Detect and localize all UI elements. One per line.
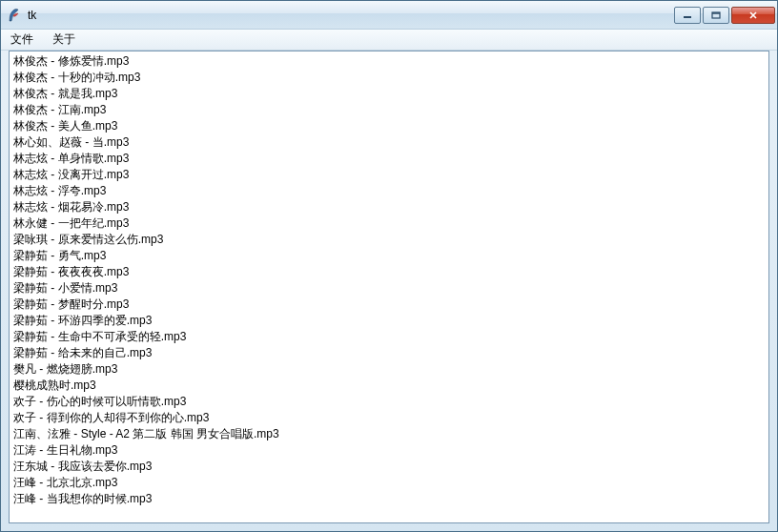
- content-area: 林俊杰 - 修炼爱情.mp3林俊杰 - 十秒的冲动.mp3林俊杰 - 就是我.m…: [9, 51, 769, 523]
- list-item[interactable]: 梁静茹 - 生命中不可承受的轻.mp3: [13, 329, 765, 345]
- list-item[interactable]: 林志炫 - 烟花易冷.mp3: [13, 199, 765, 215]
- menu-about[interactable]: 关于: [49, 30, 79, 50]
- list-item[interactable]: 林永健 - 一把年纪.mp3: [13, 215, 765, 232]
- file-list[interactable]: 林俊杰 - 修炼爱情.mp3林俊杰 - 十秒的冲动.mp3林俊杰 - 就是我.m…: [10, 51, 768, 509]
- list-item[interactable]: 梁静茹 - 环游四季的爱.mp3: [13, 313, 765, 329]
- list-item[interactable]: 林志炫 - 浮夸.mp3: [13, 183, 765, 199]
- list-item[interactable]: 林俊杰 - 十秒的冲动.mp3: [13, 70, 765, 86]
- list-item[interactable]: 樊凡 - 燃烧翅膀.mp3: [13, 361, 765, 378]
- titlebar: tk: [1, 1, 777, 30]
- list-item[interactable]: 梁静茹 - 夜夜夜夜.mp3: [13, 264, 765, 280]
- list-item[interactable]: 林俊杰 - 江南.mp3: [13, 102, 765, 118]
- list-item[interactable]: 欢子 - 伤心的时候可以听情歌.mp3: [13, 394, 765, 410]
- list-item[interactable]: 梁咏琪 - 原来爱情这么伤.mp3: [13, 232, 765, 248]
- list-item[interactable]: 樱桃成熟时.mp3: [13, 378, 765, 394]
- window-controls: [674, 7, 775, 24]
- list-item[interactable]: 汪峰 - 北京北京.mp3: [13, 475, 765, 491]
- list-item[interactable]: 林俊杰 - 美人鱼.mp3: [13, 118, 765, 134]
- list-item[interactable]: 林志炫 - 单身情歌.mp3: [13, 151, 765, 167]
- list-item[interactable]: 江涛 - 生日礼物.mp3: [13, 442, 765, 459]
- window-title: tk: [28, 9, 674, 22]
- menubar: 文件 关于: [1, 30, 777, 51]
- app-window: tk 文件 关于 林俊杰 - 修炼爱情.mp3林俊杰 - 十秒的冲动.mp3林俊…: [0, 0, 778, 532]
- list-item[interactable]: 梁静茹 - 小爱情.mp3: [13, 280, 765, 297]
- menu-file[interactable]: 文件: [7, 30, 37, 50]
- list-item[interactable]: 梁静茹 - 给未来的自己.mp3: [13, 345, 765, 361]
- list-item[interactable]: 梁静茹 - 勇气.mp3: [13, 248, 765, 264]
- tk-icon: [7, 8, 22, 23]
- list-item[interactable]: 江南、泫雅 - Style - A2 第二版 韩国 男女合唱版.mp3: [13, 426, 765, 442]
- minimize-button[interactable]: [674, 7, 701, 24]
- list-item[interactable]: 汪峰 - 当我想你的时候.mp3: [13, 491, 765, 507]
- list-item[interactable]: 林志炫 - 没离开过.mp3: [13, 167, 765, 183]
- maximize-button[interactable]: [703, 7, 729, 24]
- list-item[interactable]: 汪东城 - 我应该去爱你.mp3: [13, 459, 765, 475]
- list-item[interactable]: 林俊杰 - 就是我.mp3: [13, 86, 765, 102]
- list-item[interactable]: 林心如、赵薇 - 当.mp3: [13, 134, 765, 151]
- list-item[interactable]: 欢子 - 得到你的人却得不到你的心.mp3: [13, 410, 765, 426]
- close-button[interactable]: [731, 7, 775, 24]
- list-item[interactable]: 梁静茹 - 梦醒时分.mp3: [13, 297, 765, 313]
- list-item[interactable]: 林俊杰 - 修炼爱情.mp3: [13, 53, 765, 70]
